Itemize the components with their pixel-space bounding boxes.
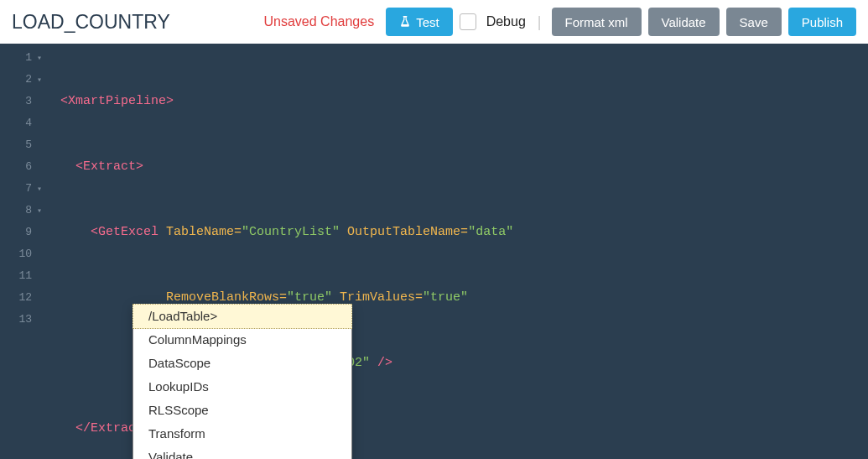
autocomplete-popup[interactable]: /LoadTable> ColumnMappings DataScope Loo…: [133, 304, 352, 459]
code-token: OutputTableName=: [340, 225, 468, 239]
line-number: 4: [0, 112, 44, 134]
line-number: 6: [0, 156, 44, 178]
save-button[interactable]: Save: [726, 8, 782, 36]
line-number: 1: [0, 47, 44, 69]
code-token: "true": [287, 290, 332, 305]
code-token: />: [370, 356, 392, 370]
test-button-label: Test: [416, 15, 439, 29]
line-number: 8: [0, 200, 44, 222]
line-number: 10: [0, 243, 44, 265]
line-number: 9: [0, 222, 44, 243]
debug-checkbox[interactable]: [460, 13, 476, 30]
line-gutter: 1 2 3 4 5 6 7 8 9 10 11 12 13: [0, 44, 44, 331]
validate-button[interactable]: Validate: [648, 8, 720, 36]
code-token: <Extract>: [75, 159, 143, 174]
autocomplete-item[interactable]: DataScope: [133, 352, 351, 375]
autocomplete-item[interactable]: Validate: [133, 446, 351, 459]
code-editor[interactable]: 1 2 3 4 5 6 7 8 9 10 11 12 13 <XmartPipe…: [0, 44, 868, 459]
format-xml-button[interactable]: Format xml: [552, 8, 642, 36]
line-number: 11: [0, 265, 44, 287]
line-number: 13: [0, 309, 44, 331]
code-token: "data": [468, 225, 513, 239]
code-token: RemoveBlankRows=: [166, 290, 287, 305]
debug-label: Debug: [486, 14, 526, 29]
test-button[interactable]: Test: [386, 8, 453, 36]
header-bar: LOAD_COUNTRY Unsaved Changes Test Debug …: [0, 0, 868, 44]
code-token: <GetExcel: [91, 225, 159, 239]
publish-button[interactable]: Publish: [788, 8, 856, 36]
autocomplete-item[interactable]: ColumnMappings: [133, 328, 351, 352]
line-number: 7: [0, 178, 44, 200]
line-number: 12: [0, 287, 44, 309]
line-number: 3: [0, 91, 44, 112]
autocomplete-item[interactable]: LookupIDs: [133, 375, 351, 399]
autocomplete-item[interactable]: RLSScope: [133, 399, 351, 422]
unsaved-changes-label: Unsaved Changes: [264, 14, 375, 29]
code-token: TableName=: [159, 225, 242, 239]
line-number: 2: [0, 69, 44, 91]
code-token: "CountryList": [242, 225, 340, 239]
autocomplete-item[interactable]: /LoadTable>: [133, 304, 352, 329]
autocomplete-item[interactable]: Transform: [133, 422, 351, 446]
code-token: <XmartPipeline>: [60, 94, 174, 108]
flask-icon: [399, 16, 411, 28]
page-title: LOAD_COUNTRY: [12, 11, 257, 34]
code-token: TrimValues=: [332, 290, 423, 305]
divider: |: [538, 13, 542, 31]
line-number: 5: [0, 134, 44, 156]
code-token: "true": [423, 290, 468, 305]
